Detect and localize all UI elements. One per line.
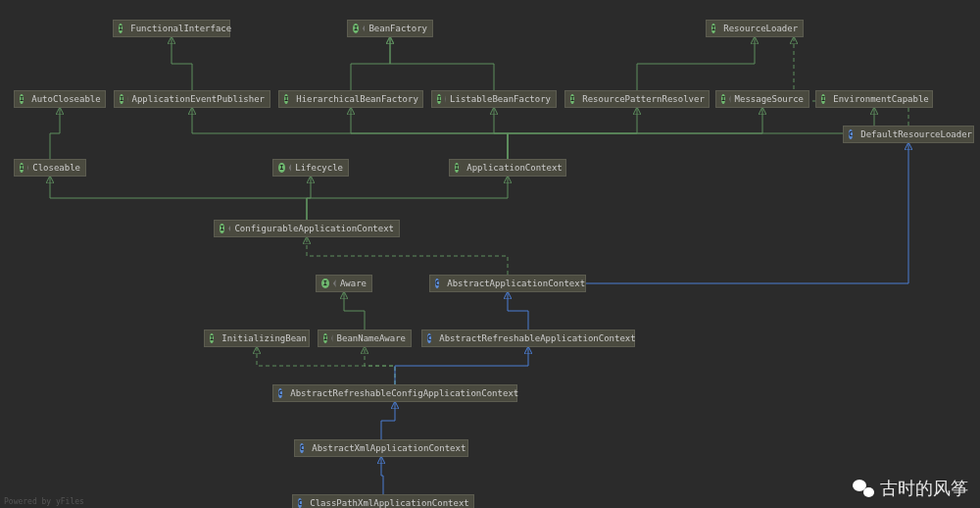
class-badge-icon: C [849,129,853,139]
node-label: AbstractApplicationContext [447,279,585,288]
wechat-icon [853,480,874,497]
node-label: Closeable [32,163,80,173]
interface-badge-icon: I [20,163,24,173]
node-label: ListableBeanFactory [450,94,551,104]
node-label: BeanNameAware [337,333,406,343]
edge-layer [0,0,980,508]
node-label: Aware [340,279,367,288]
collapse-arrow-icon [333,279,336,287]
interface-badge-icon: I [210,333,214,343]
node-Lifecycle[interactable]: ILifecycle [272,159,349,177]
interface-badge-icon: I [119,24,122,33]
interface-badge-icon: I [353,24,359,33]
node-DefaultResourceLoader[interactable]: CDefaultResourceLoader [843,126,974,143]
interface-badge-icon: I [284,94,288,104]
interface-badge-icon: I [20,94,24,104]
node-label: AutoCloseable [31,94,100,104]
node-label: ApplicationContext [466,163,563,173]
node-ListableBeanFactory[interactable]: IListableBeanFactory [431,90,557,108]
interface-badge-icon: I [437,94,441,104]
interface-badge-icon: I [721,94,725,104]
interface-badge-icon: I [321,279,329,288]
node-label: AbstractXmlApplicationContext [312,443,466,453]
interface-badge-icon: I [220,224,224,233]
node-BeanNameAware[interactable]: IBeanNameAware [318,330,412,347]
node-EnvironmentCapable[interactable]: IEnvironmentCapable [815,90,933,108]
node-ApplicationContext[interactable]: IApplicationContext [449,159,566,177]
node-label: ClassPathXmlApplicationContext [310,498,469,508]
class-badge-icon: C [300,443,304,453]
interface-badge-icon: I [323,333,327,343]
node-HierarchicalBeanFactory[interactable]: IHierarchicalBeanFactory [278,90,423,108]
node-InitializingBean[interactable]: IInitializingBean [204,330,310,347]
node-label: ApplicationEventPublisher [132,94,265,104]
interface-badge-icon: I [711,24,715,33]
interface-badge-icon: I [120,94,123,104]
node-Aware[interactable]: IAware [316,275,372,292]
node-label: HierarchicalBeanFactory [296,94,418,104]
node-label: ResourceLoader [723,24,798,33]
node-label: BeanFactory [368,24,427,33]
node-label: EnvironmentCapable [833,94,929,104]
node-label: AbstractRefreshableConfigApplicationCont… [290,388,518,398]
node-label: DefaultResourceLoader [860,129,972,139]
powered-by: Powered by yFiles [4,497,84,506]
collapse-arrow-icon [445,95,446,103]
watermark-text: 古时的风筝 [880,477,968,500]
node-Closeable[interactable]: ICloseable [14,159,86,177]
class-badge-icon: C [298,498,302,508]
node-AbstractXmlApplicationContext[interactable]: CAbstractXmlApplicationContext [294,439,468,457]
node-ConfigurableApplicationContext[interactable]: IConfigurableApplicationContext [214,220,400,237]
node-label: ResourcePatternResolver [582,94,705,104]
node-ClassPathXmlApplicationContext[interactable]: CClassPathXmlApplicationContext [292,494,474,508]
interface-badge-icon: I [455,163,459,173]
class-badge-icon: C [435,279,439,288]
interface-badge-icon: I [570,94,574,104]
class-badge-icon: C [278,388,282,398]
class-badge-icon: C [427,333,431,343]
node-BeanFactory[interactable]: IBeanFactory [347,20,433,37]
node-label: InitializingBean [221,333,307,343]
interface-badge-icon: I [278,163,285,173]
interface-badge-icon: I [821,94,825,104]
node-label: AbstractRefreshableApplicationContext [439,333,635,343]
node-ResourcePatternResolver[interactable]: IResourcePatternResolver [564,90,710,108]
node-AbstractApplicationContext[interactable]: CAbstractApplicationContext [429,275,586,292]
collapse-arrow-icon [331,334,332,342]
node-AbstractRefreshableConfigApplicationContext[interactable]: CAbstractRefreshableConfigApplicationCon… [272,384,517,402]
watermark: 古时的风筝 [853,477,968,500]
node-label: FunctionalInterface [130,24,231,33]
collapse-arrow-icon [289,164,292,172]
diagram-canvas: IFunctionalInterfaceIBeanFactoryIResourc… [0,0,980,508]
node-ResourceLoader[interactable]: IResourceLoader [706,20,804,37]
node-AutoCloseable[interactable]: IAutoCloseable [14,90,106,108]
collapse-arrow-icon [228,225,230,232]
node-FunctionalInterface[interactable]: IFunctionalInterface [113,20,230,37]
node-label: MessageSource [735,94,804,104]
node-MessageSource[interactable]: IMessageSource [715,90,809,108]
collapse-arrow-icon [363,25,365,32]
node-AbstractRefreshableApplicationContext[interactable]: CAbstractRefreshableApplicationContext [421,330,635,347]
node-ApplicationEventPublisher[interactable]: IApplicationEventPublisher [114,90,270,108]
node-label: Lifecycle [295,163,343,173]
node-label: ConfigurableApplicationContext [234,224,394,233]
collapse-arrow-icon [729,95,730,103]
collapse-arrow-icon [27,164,28,172]
